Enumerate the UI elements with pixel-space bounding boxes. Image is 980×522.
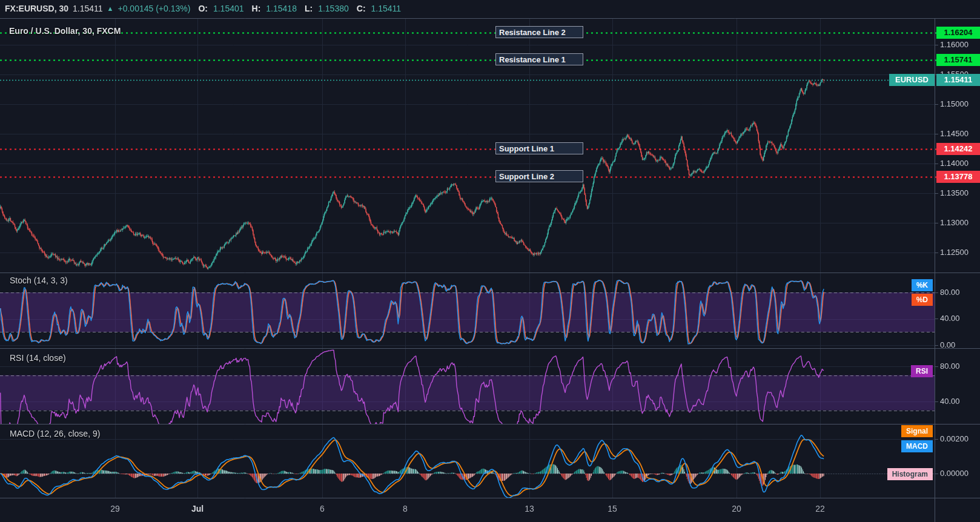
price-axis-tick: 1.13500: [940, 188, 968, 197]
macd-axis-tick: 0.00000: [940, 469, 968, 478]
stoch-panel-title[interactable]: Stoch (14, 3, 3): [10, 276, 68, 285]
time-axis-label: Jul: [191, 504, 204, 514]
indicator-badge-rsi: RSI: [911, 365, 933, 377]
high-label: H:: [252, 4, 261, 13]
price-change: +0.00145 (+0.13%): [118, 4, 191, 13]
stoch-axis-tick: 80.00: [940, 288, 960, 297]
price-axis[interactable]: [935, 18, 980, 498]
price-level-badge: 1.15411: [936, 74, 980, 86]
indicator-badge-signal: Signal: [901, 425, 933, 437]
symbol-header: FX:EURUSD, 30 1.15411 ▲ +0.00145 (+0.13%…: [5, 0, 401, 16]
price-axis-tick: 1.14500: [940, 129, 968, 138]
price-axis-tick: 1.12500: [940, 248, 968, 257]
price-axis-tick: 1.14000: [940, 159, 968, 168]
price-level-badge: 1.16204: [936, 27, 980, 39]
stoch-axis-tick: 0.00: [940, 340, 955, 349]
open-value: 1.15401: [213, 4, 244, 13]
time-axis-label: 8: [403, 504, 408, 514]
macd-axis-tick: 0.00200: [940, 434, 968, 443]
indicator-badge-macd: MACD: [901, 440, 933, 452]
open-label: O:: [198, 4, 208, 13]
indicator-badge-d: %D: [912, 294, 933, 306]
time-axis-label: 29: [110, 504, 120, 514]
price-axis-tick: 1.15000: [940, 99, 968, 108]
level-label-resistance[interactable]: Resistance Line 2: [495, 26, 583, 38]
price-level-badge: 1.15741: [936, 54, 980, 66]
rsi-axis-tick: 80.00: [940, 362, 960, 371]
level-label-support[interactable]: Support Line 1: [495, 142, 583, 154]
last-price: 1.15411: [73, 4, 103, 13]
time-axis-label: 6: [320, 504, 325, 514]
price-level-badge: 1.13778: [936, 171, 980, 183]
price-axis-tick: 1.13000: [940, 218, 968, 227]
up-arrow-icon: ▲: [107, 5, 114, 12]
close-value: 1.15411: [371, 4, 402, 13]
close-label: C:: [357, 4, 366, 13]
chart-legend-title[interactable]: Euro / U.S. Dollar, 30, FXCM: [9, 26, 121, 36]
macd-panel-title[interactable]: MACD (12, 26, close, 9): [10, 429, 100, 438]
trading-chart-app: FX:EURUSD, 30 1.15411 ▲ +0.00145 (+0.13%…: [0, 0, 980, 522]
symbol-name[interactable]: FX:EURUSD, 30: [5, 4, 68, 13]
time-axis-label: 15: [608, 504, 617, 514]
time-axis-label: 13: [525, 504, 534, 514]
price-chart-canvas[interactable]: [0, 0, 980, 522]
high-value: 1.15418: [266, 4, 297, 13]
symbol-price-tag: EURUSD: [889, 74, 935, 86]
low-value: 1.15380: [318, 4, 349, 13]
rsi-panel-title[interactable]: RSI (14, close): [10, 353, 66, 363]
time-axis-label: 20: [732, 504, 741, 514]
level-label-support[interactable]: Support Line 2: [495, 170, 583, 182]
indicator-badge-histogram: Histogram: [887, 468, 933, 480]
time-axis-label: 22: [815, 504, 825, 514]
stoch-axis-tick: 40.00: [940, 314, 960, 323]
time-axis[interactable]: [0, 498, 935, 522]
price-level-badge: 1.14242: [936, 143, 980, 155]
level-label-resistance[interactable]: Resistance Line 1: [495, 53, 583, 65]
low-label: L:: [305, 4, 313, 13]
rsi-axis-tick: 40.00: [940, 397, 960, 406]
price-axis-tick: 1.16000: [940, 40, 968, 49]
indicator-badge-k: %K: [912, 279, 933, 291]
